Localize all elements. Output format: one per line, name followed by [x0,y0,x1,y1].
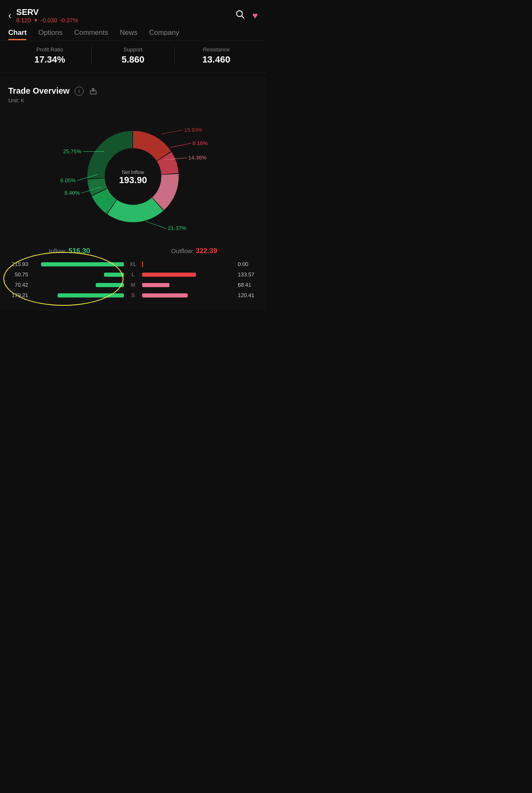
xl-divider-container [142,261,143,267]
stat-support: Support 5.860 [92,46,175,65]
s-right-num: 120.41 [235,292,258,298]
label-605: 6.05% [60,177,76,184]
tab-chart[interactable]: Chart [8,29,27,40]
ticker-name: SERV [16,7,78,17]
l-right-bar [140,273,235,277]
resistance-value: 13.460 [175,54,258,65]
tab-news[interactable]: News [120,29,138,40]
trade-overview-header: Trade Overview i [8,86,258,96]
flow-header: Inflow: 516.30 Outflow: 322.39 [8,247,258,255]
price-row: 8.120 ▼ -0.030 -0.37% [16,17,78,24]
tab-comments[interactable]: Comments [74,29,108,40]
price-change: -0.030 [41,17,57,24]
s-red-bar [142,293,188,297]
label-2137: 21.37% [168,225,186,231]
resistance-label: Resistance [175,46,258,53]
m-red-bar [142,283,169,287]
heart-icon[interactable]: ♥ [252,10,258,21]
m-green-bar [96,283,124,287]
back-button[interactable]: ‹ [8,10,11,21]
nav-tabs: Chart Options Comments News Company [0,29,266,41]
outflow-label: Outflow: [171,247,196,254]
price-change-pct: -0.37% [60,17,78,24]
bar-row-xl: 215.93 XL 0.00 [8,261,258,267]
xl-right-area [140,261,235,267]
price-main: 8.120 [16,17,31,24]
outflow-value: 322.39 [196,247,217,255]
xl-divider-line [142,261,143,267]
xl-size-label: XL [126,261,140,267]
label-816: 8.16% [192,140,208,146]
xl-left-num: 215.93 [8,261,31,267]
l-red-bar [142,273,196,277]
svg-line-11 [161,130,183,134]
xl-right-num: 0.00 [235,261,258,267]
label-840: 8.40% [65,190,80,196]
arrow-down-icon: ▼ [33,17,38,23]
ticker-block: SERV 8.120 ▼ -0.030 -0.37% [16,7,78,24]
m-right-num: 68.41 [235,282,258,288]
m-right-bar [140,283,235,287]
l-green-bar [104,273,124,277]
bar-row-l: 50.75 L 133.57 [8,271,258,278]
share-icon[interactable] [89,87,98,96]
inflow-value: 516.30 [68,247,90,255]
info-icon[interactable]: i [75,87,84,96]
m-left-num: 70.42 [8,282,31,288]
stat-profit-ratio: Profit Ratio 17.34% [8,46,92,65]
inflow-label: Inflow: [49,247,69,254]
trade-overview-title: Trade Overview [8,86,70,96]
net-inflow-label: Net Inflow [122,169,144,175]
unit-label: Unit: K [8,97,258,104]
s-right-bar [140,293,235,297]
header-left: ‹ SERV 8.120 ▼ -0.030 -0.37% [8,7,78,24]
tab-options[interactable]: Options [38,29,63,40]
donut-chart-area: Net Inflow 193.90 25.75% 6.05% 8.40% 21.… [8,110,258,243]
tab-company[interactable]: Company [149,29,179,40]
support-value: 5.860 [92,54,174,65]
profit-ratio-label: Profit Ratio [8,46,91,53]
s-left-bar [31,293,126,297]
header-right: ♥ [236,10,258,22]
svg-line-8 [145,221,166,228]
label-2575: 25.75% [63,148,82,155]
label-1436: 14.36% [188,155,207,161]
label-1593: 15.93% [184,127,203,133]
search-icon[interactable] [236,10,245,22]
l-size-label: L [126,271,140,278]
profit-ratio-value: 17.34% [8,54,91,65]
svg-line-10 [170,143,191,147]
m-left-bar [31,283,126,287]
bar-row-m: 70.42 M 68.41 [8,282,258,288]
l-left-bar [31,273,126,277]
outflow-block: Outflow: 322.39 [171,247,217,255]
donut-svg: Net Inflow 193.90 25.75% 6.05% 8.40% 21.… [8,110,258,243]
s-size-label: S [126,292,140,298]
svg-line-1 [242,16,244,18]
inflow-block: Inflow: 516.30 [49,247,90,255]
xl-green-bar [41,262,124,266]
l-right-num: 133.57 [235,271,258,278]
stats-bar: Profit Ratio 17.34% Support 5.860 Resist… [0,41,266,73]
xl-left-bar [31,262,126,266]
bar-row-s: 179.21 S 120.41 [8,292,258,298]
support-label: Support [92,46,174,53]
s-left-num: 179.21 [8,292,31,298]
m-size-label: M [126,282,140,288]
trade-overview-section: Trade Overview i Unit: K [0,77,266,311]
stat-resistance: Resistance 13.460 [175,46,258,65]
l-left-num: 50.75 [8,271,31,278]
s-green-bar [58,293,124,297]
bars-section: 215.93 XL 0.00 50.75 L 133.57 [8,261,258,298]
net-inflow-value: 193.90 [119,175,147,185]
header: ‹ SERV 8.120 ▼ -0.030 -0.37% ♥ [0,0,266,29]
